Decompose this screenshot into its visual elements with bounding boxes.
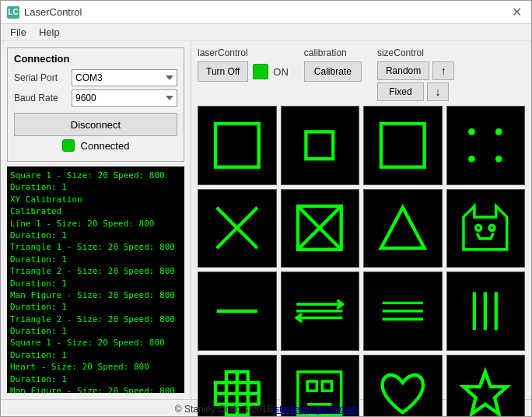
shape-star[interactable] [446,355,526,418]
on-led [253,64,268,79]
shape-vert-lines[interactable] [446,272,526,351]
size-control-group: sizeControl Random ↑ Fixed ↓ [377,47,454,101]
on-label: ON [273,66,289,78]
copyright-text: © Stanley Ondruš 2016 [175,404,272,415]
menu-file[interactable]: File [4,25,33,40]
menu-bar: File Help [1,24,531,41]
disconnect-button[interactable]: Disconnect [14,113,177,136]
connection-group: Connection Serial Port COM3 COM1 COM2 Ba… [7,47,184,162]
svg-point-4 [495,128,502,135]
menu-help[interactable]: Help [33,25,66,40]
shapes-grid [198,106,525,417]
connection-status: Connected [81,140,130,152]
title-bar: LC LaserControl ✕ [1,1,531,24]
svg-point-13 [476,226,481,231]
svg-rect-1 [306,131,334,159]
laser-control-group: laserControl Turn Off ON [198,47,289,82]
right-panel: laserControl Turn Off ON calibration Cal… [191,41,531,399]
shape-xbox[interactable] [281,189,360,268]
size-control-title: sizeControl [377,47,454,58]
shape-three-lines-arrows[interactable] [281,272,360,351]
svg-point-6 [495,156,502,163]
shape-line[interactable] [198,272,277,351]
connection-led [62,139,75,152]
up-button[interactable]: ↑ [432,61,454,80]
baud-rate-label: Baud Rate [14,93,67,103]
shape-dots[interactable] [446,106,526,185]
svg-rect-0 [215,124,259,167]
laser-control-title: laserControl [198,47,289,58]
turn-off-button[interactable]: Turn Off [198,61,248,82]
svg-rect-31 [323,382,332,391]
close-button[interactable]: ✕ [509,5,525,19]
shape-square-sm[interactable] [281,106,360,185]
svg-point-14 [489,226,495,231]
fixed-button[interactable]: Fixed [377,82,424,101]
svg-marker-33 [464,372,507,414]
connection-title: Connection [14,53,177,65]
shape-cat[interactable] [446,189,526,268]
svg-point-3 [468,128,475,135]
random-button[interactable]: Random [377,61,429,80]
svg-rect-30 [308,382,317,391]
shape-square[interactable] [198,106,277,185]
svg-point-5 [468,156,475,163]
serial-port-label: Serial Port [14,72,67,83]
shape-heart[interactable] [363,355,443,418]
app-icon: LC [7,6,19,19]
shape-square-solid[interactable] [363,106,443,185]
website-link[interactable]: stanleyprojects.com [275,404,357,415]
shape-triangle[interactable] [363,189,443,268]
calibrate-button[interactable]: Calibrate [304,61,362,82]
svg-marker-12 [381,208,425,248]
calibration-group: calibration Calibrate [304,47,362,82]
calibration-title: calibration [304,47,362,58]
shape-x[interactable] [198,189,277,268]
window-title: LaserControl [24,6,82,18]
shape-lines-right[interactable] [363,272,443,351]
left-panel: Connection Serial Port COM3 COM1 COM2 Ba… [1,41,191,399]
svg-rect-2 [381,124,425,167]
serial-port-select[interactable]: COM3 COM1 COM2 [72,69,177,86]
log-area: Square 1 - Size: 20 Speed: 800 Duration:… [7,166,184,393]
down-button[interactable]: ↓ [427,82,449,101]
baud-rate-select[interactable]: 9600 115200 [72,89,177,107]
